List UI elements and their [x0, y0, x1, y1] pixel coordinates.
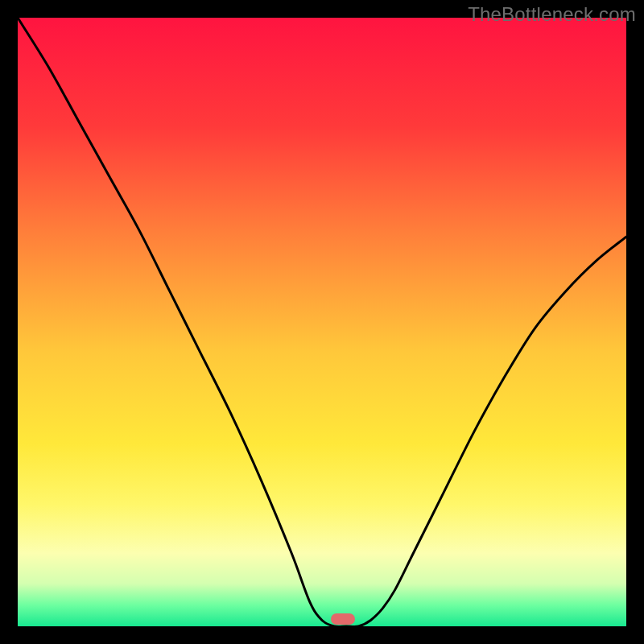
current-position-marker [331, 613, 355, 625]
watermark-text: TheBottleneck.com [468, 3, 636, 26]
bottleneck-curve [18, 18, 626, 626]
chart-frame: TheBottleneck.com [0, 0, 644, 644]
plot-area [18, 18, 626, 626]
